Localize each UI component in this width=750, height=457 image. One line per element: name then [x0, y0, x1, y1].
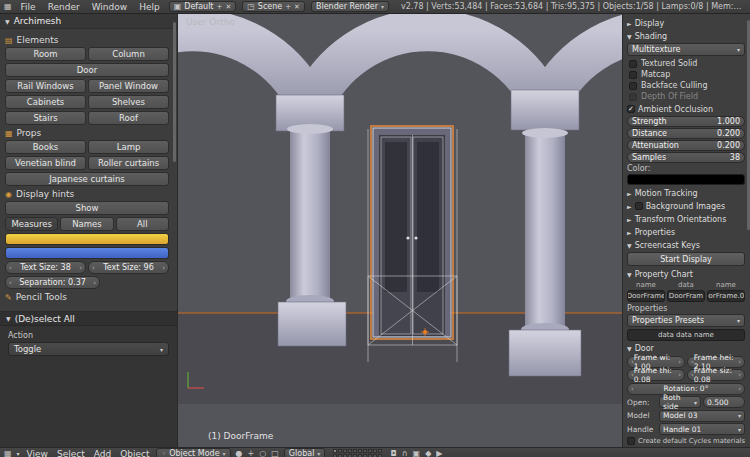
text-size-field-1[interactable]: ‹ Text Size: 38 › [5, 261, 86, 274]
checkbox-icon[interactable] [629, 60, 637, 68]
all-toggle[interactable]: All [116, 217, 169, 231]
action-dropdown[interactable]: Toggle ▾ [8, 342, 169, 356]
menu-object[interactable]: Object [118, 449, 151, 457]
matcap-option[interactable]: Matcap [627, 69, 745, 80]
menu-render[interactable]: Render [45, 2, 83, 12]
menu-window[interactable]: Window [89, 2, 131, 12]
chart-field-2[interactable]: DoorFram [667, 290, 705, 302]
ao-samples-slider[interactable]: Samples 38 [627, 152, 745, 163]
render-opengl-icon[interactable]: ◆ [425, 450, 431, 457]
ao-strength-slider[interactable]: Strength 1.000 [627, 116, 745, 127]
column-button[interactable]: Column [88, 47, 169, 61]
section-screencast-keys[interactable]: ▼ Screencast Keys [627, 239, 745, 251]
section-shading[interactable]: ▼ Shading [627, 30, 745, 42]
names-toggle[interactable]: Names [60, 217, 113, 231]
section-property-chart[interactable]: ▼ Property Chart [627, 268, 745, 280]
menu-view[interactable]: View [25, 449, 50, 457]
stepper-right-icon[interactable]: › [162, 264, 165, 272]
section-transform-orientations[interactable]: ► Transform Orientations [627, 213, 745, 225]
japanese-curtains-button[interactable]: Japanese curtains [5, 172, 169, 186]
mode-dropdown[interactable]: ◦ Object Mode ▾ [156, 448, 230, 457]
lamp-button[interactable]: Lamp [88, 140, 169, 154]
layer-toggle[interactable] [353, 449, 357, 453]
venetian-blind-button[interactable]: Venetian blind [5, 156, 86, 170]
checkbox-icon[interactable] [627, 437, 635, 445]
roof-button[interactable]: Roof [88, 111, 169, 125]
stepper-right-icon[interactable]: › [738, 358, 741, 366]
layer-toggle[interactable] [343, 449, 347, 453]
orientation-dropdown[interactable]: Global ▾ [284, 448, 326, 457]
ao-attenuation-slider[interactable]: Attenuation 0.200 [627, 140, 745, 151]
ao-distance-slider[interactable]: Distance 0.200 [627, 128, 745, 139]
hint-color-field-yellow[interactable] [5, 233, 169, 245]
lock-icon[interactable]: ◘ [390, 450, 396, 457]
layer-toggle[interactable] [368, 449, 372, 453]
layer-toggle[interactable] [348, 449, 352, 453]
snap-magnet-icon[interactable]: ∩ [402, 450, 408, 457]
text-size-field-2[interactable]: ‹ Text Size: 96 › [88, 261, 169, 274]
handle-dropdown[interactable]: Handle 01 ▾ [659, 423, 745, 435]
render-engine-selector[interactable]: Blender Render ▾ [311, 1, 389, 12]
room-button[interactable]: Room [5, 47, 86, 61]
stepper-right-icon[interactable]: › [678, 371, 681, 379]
properties-presets-dropdown[interactable]: Properties Presets ▾ [627, 314, 745, 327]
viewport-shading-icon[interactable]: ● [236, 450, 243, 457]
menu-add[interactable]: Add [92, 449, 113, 457]
roller-curtains-button[interactable]: Roller curtains [88, 156, 169, 170]
open-factor-slider[interactable]: 0.500 [703, 396, 745, 408]
hint-color-field-blue[interactable] [5, 247, 169, 259]
section-properties[interactable]: ► Properties [627, 226, 745, 238]
menu-select[interactable]: Select [55, 449, 87, 457]
delete-scene-icon[interactable]: ✕ [294, 3, 300, 11]
frame-thickness-field[interactable]: ‹ Frame thi: 0.08 › [627, 369, 685, 381]
stairs-button[interactable]: Stairs [5, 111, 86, 125]
frame-size-field[interactable]: ‹ Frame siz: 0.08 › [687, 369, 745, 381]
delete-layout-icon[interactable]: ✕ [225, 3, 231, 11]
rotate-manipulator-icon[interactable]: ○ [259, 450, 266, 457]
add-scene-icon[interactable]: + [285, 3, 291, 11]
stepper-right-icon[interactable]: › [678, 358, 681, 366]
layer-toggle[interactable] [363, 449, 367, 453]
books-button[interactable]: Books [5, 140, 86, 154]
snap-element-icon[interactable]: ▣ [413, 450, 421, 457]
checkbox-icon[interactable] [629, 82, 637, 90]
archimesh-panel-header[interactable]: ▼ Archimesh [0, 14, 177, 29]
layer-toggle[interactable] [378, 449, 382, 453]
measures-toggle[interactable]: Measures [5, 217, 58, 231]
ao-color-swatch[interactable] [627, 174, 745, 185]
shading-mode-dropdown[interactable]: Multitexture ▾ [627, 43, 745, 56]
stepper-right-icon[interactable]: › [93, 279, 96, 287]
separation-field[interactable]: ‹ Separation: 0.37 › [5, 276, 100, 289]
door-button[interactable]: Door [5, 63, 169, 77]
backface-culling-option[interactable]: Backface Culling [627, 80, 745, 91]
viewport-editor-icon[interactable]: ▦ [4, 450, 12, 457]
stepper-right-icon[interactable]: › [738, 385, 741, 393]
checkbox-icon[interactable] [635, 202, 643, 210]
add-layout-icon[interactable]: + [217, 3, 223, 11]
chart-field-3[interactable]: DoorFrame.002 [707, 290, 745, 302]
rail-windows-button[interactable]: Rail Windows [5, 79, 86, 93]
menu-file[interactable]: File [18, 2, 39, 12]
stepper-left-icon[interactable]: ‹ [9, 279, 12, 287]
render-animation-icon[interactable]: ▶ [436, 450, 442, 457]
layer-toggle[interactable] [358, 449, 362, 453]
checkbox-icon[interactable] [629, 71, 637, 79]
stepper-left-icon[interactable]: ‹ [631, 385, 634, 393]
menu-help[interactable]: Help [136, 2, 163, 12]
layer-toggle[interactable] [373, 449, 377, 453]
section-background-images[interactable]: ► Background Images [627, 200, 745, 212]
translate-manipulator-icon[interactable]: + [248, 450, 255, 457]
viewport-3d[interactable]: User Ortho (1) DoorFrame [178, 14, 622, 447]
section-display[interactable]: ► Display [627, 17, 745, 29]
stepper-left-icon[interactable]: ‹ [92, 264, 95, 272]
textured-solid-option[interactable]: Textured Solid [627, 58, 745, 69]
panel-window-button[interactable]: Panel Window [88, 79, 169, 93]
scale-manipulator-icon[interactable]: □ [271, 450, 279, 457]
cycles-materials-option[interactable]: Create default Cycles materials [627, 437, 745, 445]
tool-shelf-scrollbar[interactable] [173, 22, 176, 162]
data-name-field[interactable]: data data name [627, 329, 745, 341]
stepper-right-icon[interactable]: › [79, 264, 82, 272]
screen-layout-selector[interactable]: ▣ Default + ✕ [169, 1, 237, 12]
open-side-dropdown[interactable]: Both side ▾ [659, 396, 701, 408]
section-ambient-occlusion[interactable]: ✓ Ambient Occlusion [627, 103, 745, 115]
